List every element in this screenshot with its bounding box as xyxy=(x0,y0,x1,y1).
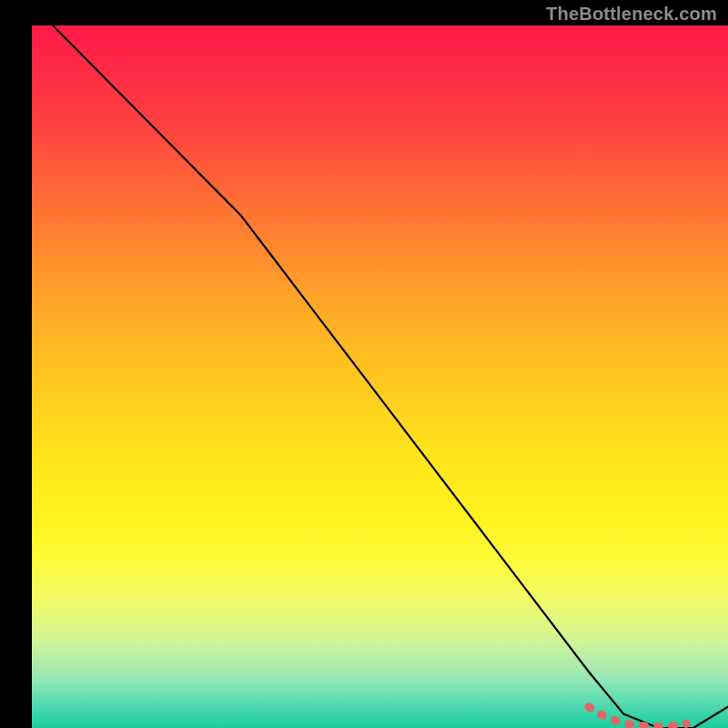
highlight-end-dot xyxy=(682,720,691,728)
watermark-text: TheBottleneck.com xyxy=(546,4,717,25)
stage: TheBottleneck.com xyxy=(0,0,728,728)
chart-overlay xyxy=(32,25,728,728)
highlight-markers xyxy=(589,707,691,728)
highlight-stroke xyxy=(589,707,686,727)
bottleneck-curve xyxy=(32,5,728,728)
